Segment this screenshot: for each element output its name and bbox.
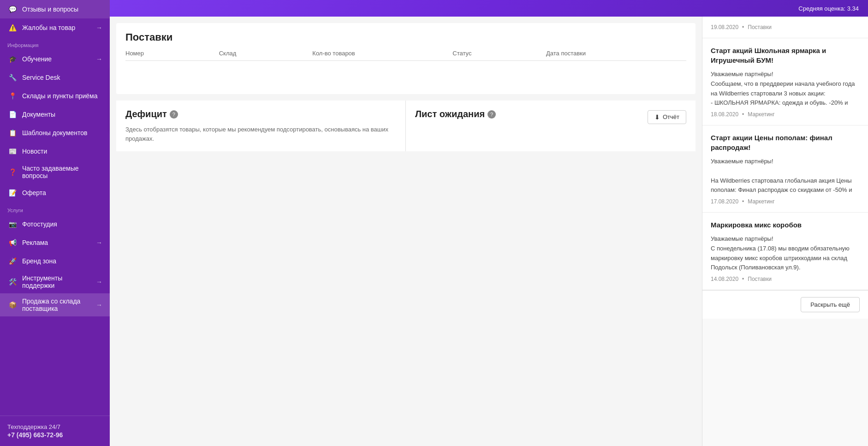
news-meta-3: 14.08.2020 • Поставки: [711, 276, 860, 282]
arrow-icon: →: [96, 278, 102, 285]
sidebar-item-label: Оферта: [22, 189, 46, 196]
support-label: Техподдержка 24/7: [7, 423, 102, 430]
report-button[interactable]: ⬇ Отчёт: [648, 110, 686, 124]
sidebar-bottom: Техподдержка 24/7 +7 (495) 663-72-96: [0, 416, 110, 446]
service-desk-icon: 🔧: [7, 72, 18, 83]
news-date-2: 17.08.2020: [711, 198, 738, 205]
sidebar-item-label: Обучение: [22, 55, 52, 63]
complaints-icon: ⚠️: [7, 23, 18, 33]
sidebar-item-warehouse-sales[interactable]: 📦 Продажа со склада поставщика →: [0, 293, 110, 316]
rating-banner: Средняя оценка: 3.34: [110, 0, 868, 17]
arrow-icon: →: [96, 239, 102, 246]
warehouses-icon: 📍: [7, 91, 18, 101]
deficit-help-icon[interactable]: ?: [170, 110, 178, 119]
news-item-0: 19.08.2020 • Поставки: [702, 17, 868, 38]
sidebar-item-label: Новости: [22, 148, 47, 155]
news-item-2[interactable]: Старт акции Цены пополам: финал распрода…: [702, 125, 868, 213]
sidebar-item-label: Бренд зона: [22, 257, 56, 265]
sidebar-item-label: Отзывы и вопросы: [22, 6, 78, 13]
sidebar-item-service-desk-wrapper: 🔧 Service Desk О проекте Описание API Оп…: [0, 68, 110, 87]
news-body-3: Уважаемые партнёры! С понедельника (17.0…: [711, 234, 860, 271]
arrow-icon: →: [96, 301, 102, 309]
sidebar-item-label: Шаблоны документов: [22, 129, 88, 137]
sidebar-item-learning[interactable]: 🎓 Обучение →: [0, 50, 110, 68]
main-content: Средняя оценка: 3.34 Поставки Номер Скла…: [110, 0, 868, 446]
sidebar-item-reviews[interactable]: 💬 Отзывы и вопросы: [0, 0, 110, 18]
sidebar-item-photostudio[interactable]: 📷 Фотостудия: [0, 215, 110, 233]
table-empty-row: [125, 65, 686, 88]
news-category-2: Маркетинг: [748, 198, 774, 205]
sidebar-item-service-desk[interactable]: 🔧 Service Desk: [0, 68, 110, 87]
offer-icon: 📝: [7, 188, 18, 198]
sidebar-item-label: Реклама: [22, 239, 48, 246]
deficit-description: Здесь отобразятся товары, которые мы рек…: [125, 125, 396, 143]
supplies-table-header: Номер Склад Кол-во товаров Статус Дата п…: [125, 50, 686, 61]
sidebar-item-label: Фотостудия: [22, 220, 57, 228]
deficit-title: Дефицит: [125, 109, 167, 119]
waitlist-title-row: Лист ожидания ?: [415, 109, 648, 119]
sidebar-item-label: Документы: [22, 111, 55, 118]
sidebar-item-warehouses[interactable]: 📍 Склады и пункты приёма: [0, 87, 110, 105]
news-item-1[interactable]: Старт акций Школьная ярмарка и Игрушечны…: [702, 38, 868, 125]
news-meta-2: 17.08.2020 • Маркетинг: [711, 198, 860, 205]
col-qty: Кол-во товаров: [312, 50, 452, 57]
supplies-title: Поставки: [125, 31, 686, 43]
news-title-2: Старт акции Цены пополам: финал распрода…: [711, 133, 860, 152]
download-icon: ⬇: [654, 113, 660, 121]
reviews-icon: 💬: [7, 4, 18, 14]
waitlist-section: Лист ожидания ? ⬇ Отчёт: [406, 101, 696, 151]
section-label-info: Информация: [0, 37, 110, 50]
ads-icon: 📢: [7, 238, 18, 248]
sidebar-item-faq[interactable]: ❓ Часто задаваемые вопросы: [0, 161, 110, 184]
waitlist-title: Лист ожидания: [415, 109, 485, 119]
deficit-section: Дефицит ? Здесь отобразятся товары, кото…: [116, 101, 406, 151]
warehouse-sales-icon: 📦: [7, 300, 18, 310]
brandzone-icon: 🚀: [7, 256, 18, 266]
sidebar-item-complaints[interactable]: ⚠️ Жалобы на товар →: [0, 18, 110, 37]
news-category-3: Поставки: [748, 276, 772, 282]
news-title-3: Маркировка микс коробов: [711, 220, 860, 230]
sidebar-item-offer[interactable]: 📝 Оферта: [0, 184, 110, 202]
col-number: Номер: [125, 50, 219, 57]
expand-more-button[interactable]: Раскрыть ещё: [801, 297, 860, 312]
news-date-3: 14.08.2020: [711, 276, 738, 282]
photostudio-icon: 📷: [7, 219, 18, 229]
news-meta-0: 19.08.2020 • Поставки: [711, 24, 860, 30]
arrow-icon: →: [96, 55, 102, 63]
news-date-0: 19.08.2020: [711, 24, 738, 30]
sidebar-item-templates[interactable]: 📋 Шаблоны документов: [0, 124, 110, 142]
sidebar-item-label: Часто задаваемые вопросы: [22, 165, 102, 179]
sidebar-item-ads[interactable]: 📢 Реклама →: [0, 233, 110, 252]
expand-more-section: Раскрыть ещё: [702, 290, 868, 319]
support-tools-icon: 🛠️: [7, 277, 18, 287]
learning-icon: 🎓: [7, 54, 18, 64]
templates-icon: 📋: [7, 128, 18, 138]
sidebar-item-support-tools[interactable]: 🛠️ Инструменты поддержки →: [0, 270, 110, 293]
news-icon: 📰: [7, 146, 18, 156]
section-label-services: Услуги: [0, 202, 110, 215]
sidebar-item-label: Жалобы на товар: [22, 24, 75, 31]
news-item-3[interactable]: Маркировка микс коробов Уважаемые партнё…: [702, 213, 868, 290]
sidebar-item-label: Склады и пункты приёма: [22, 92, 98, 100]
faq-icon: ❓: [7, 167, 18, 177]
rating-text: Средняя оценка: 3.34: [798, 5, 859, 12]
sidebar-item-brandzone[interactable]: 🚀 Бренд зона: [0, 252, 110, 270]
deficit-title-row: Дефицит ?: [125, 109, 396, 119]
content-area: Поставки Номер Склад Кол-во товаров Стат…: [110, 17, 868, 446]
news-category-1: Маркетинг: [748, 111, 774, 118]
news-date-1: 18.08.2020: [711, 111, 738, 118]
support-phone: +7 (495) 663-72-96: [7, 431, 102, 439]
documents-icon: 📄: [7, 109, 18, 119]
arrow-icon: →: [96, 24, 102, 31]
news-body-2: Уважаемые партнёры! На Wildberries старт…: [711, 157, 860, 194]
sidebar-item-news[interactable]: 📰 Новости: [0, 142, 110, 161]
waitlist-help-icon[interactable]: ?: [488, 110, 496, 119]
sidebar: 💬 Отзывы и вопросы ⚠️ Жалобы на товар → …: [0, 0, 110, 446]
news-title-1: Старт акций Школьная ярмарка и Игрушечны…: [711, 46, 860, 65]
sidebar-item-documents[interactable]: 📄 Документы: [0, 105, 110, 124]
waitlist-header: Лист ожидания ? ⬇ Отчёт: [415, 109, 686, 125]
col-warehouse: Склад: [219, 50, 313, 57]
sidebar-item-label: Service Desk: [22, 74, 60, 81]
supplies-section: Поставки Номер Склад Кол-во товаров Стат…: [116, 23, 696, 94]
news-meta-1: 18.08.2020 • Маркетинг: [711, 111, 860, 118]
